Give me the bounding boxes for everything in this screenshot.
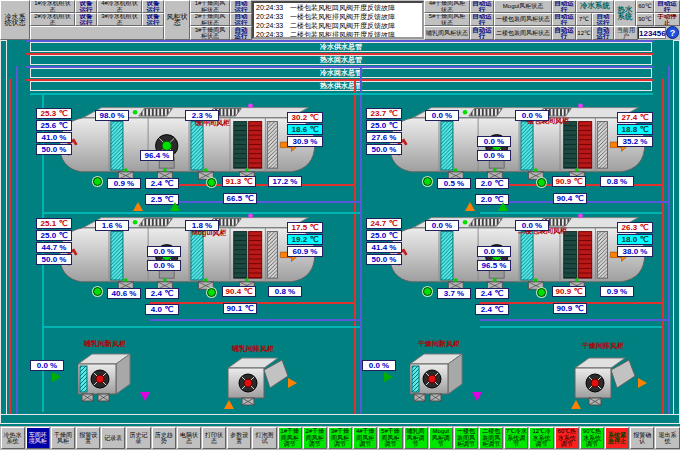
cold-riser-left <box>16 66 18 414</box>
u2-return-temp: 23.7 ℃ <box>366 108 402 119</box>
chiller-3-label: 3#冷水机组状态 <box>97 13 142 26</box>
u4-damper-1: 0.0 % <box>425 220 459 231</box>
btn-adjust-60c-hot[interactable]: 60℃热水系统调节 <box>555 427 579 449</box>
u4-supply-humidity: 38.0 % <box>617 246 653 257</box>
fresh-air-fan-drying[interactable] <box>400 348 470 410</box>
u3-hw-supply: 90.4 ℃ <box>222 286 256 297</box>
u4-supply-setpoint: 18.0 ℃ <box>617 234 653 245</box>
alarm-row[interactable]: 20:24:33一楼包装风柜排风阀开度反馈故障 <box>254 12 422 21</box>
hot-sys-status-2: 手动停止 <box>654 13 680 26</box>
u3-hw-return: 90.1 ℃ <box>223 303 257 314</box>
btn-adjust-floor2-fan[interactable]: 二楼包装间风柜调节 <box>479 427 503 449</box>
hot-sys-temp-1: 60℃ <box>636 0 654 13</box>
nav-cold-hot-water[interactable]: 冷热水系统 <box>1 427 25 449</box>
btn-adjust-dry-fan-2[interactable]: 2#干燥间风柜调节 <box>303 427 327 449</box>
btn-print-status[interactable]: 打印状态 <box>202 427 226 449</box>
u3-fan-output: 0.0 % <box>147 260 181 271</box>
u3-hw-valve: 0.8 % <box>268 286 302 297</box>
left-duct-band <box>0 40 7 424</box>
alarm-time: 20:24:33 <box>254 12 290 21</box>
u4-hw-supply: 90.9 ℃ <box>552 286 586 297</box>
u3-hw-led <box>207 288 216 297</box>
alarm-text: 二楼包装风柜回风阀开度反馈故障 <box>290 21 422 30</box>
btn-adjust-dry-fan-3[interactable]: 3#干燥间风柜调节 <box>328 427 352 449</box>
current-user-label: 当前用户 <box>614 26 638 40</box>
alarm-text: 二楼包装风柜排风阀开度反馈故障 <box>290 30 422 39</box>
btn-adjust-dry-fan-1[interactable]: 1#干燥间风柜调节 <box>278 427 302 449</box>
mogul-fan-label: Mogul风柜状态 <box>494 0 552 13</box>
u1-hw-return: 66.5 ℃ <box>223 193 257 204</box>
btn-alarm-settings[interactable]: 报警设置 <box>76 427 100 449</box>
su4-intake-arrow-icon <box>571 400 581 409</box>
u3-fresh-arrow-icon <box>170 202 180 211</box>
u1-valve-led <box>93 177 102 186</box>
u3-humidity: 44.7 % <box>36 242 72 253</box>
btn-computer-status[interactable]: 电脑状态 <box>177 427 201 449</box>
su1-down-arrow-icon <box>140 392 150 401</box>
u2-damper-1: 0.0 % <box>425 110 459 121</box>
u2-hw-led <box>537 178 546 187</box>
current-user-value[interactable]: 123456 <box>638 27 666 39</box>
u1-fan-output: 96.4 % <box>140 150 174 161</box>
u4-valve-led <box>423 287 432 296</box>
fresh-air-fan-nursing[interactable] <box>68 348 138 410</box>
btn-parameter-settings[interactable]: 参数设置 <box>227 427 251 449</box>
u1-supply-setpoint: 18.6 ℃ <box>287 124 323 135</box>
u2-valve-a: 0.0 % <box>477 136 511 147</box>
alarm-time: 20:24:33 <box>254 30 290 39</box>
u4-setpoint-temp: 25.0 ℃ <box>366 230 402 241</box>
alarm-row[interactable]: 20:24:33一楼包装风柜回风阀开度反馈故障 <box>254 3 422 12</box>
alarm-row[interactable]: 20:24:33二楼包装风柜排风阀开度反馈故障 <box>254 30 422 39</box>
btn-emergency-stop[interactable]: 系统紧急停止 <box>605 427 629 449</box>
u4-fresh-arrow-icon <box>498 202 508 211</box>
floor2-fan-label: 二楼包装间风柜状态 <box>494 26 552 40</box>
btn-adjust-7c-cold[interactable]: 7℃冷水系统调节 <box>504 427 528 449</box>
fan-group-label: 风柜状态 <box>164 0 190 40</box>
u4-fan-output: 96.5 % <box>477 260 511 271</box>
u4-damper-2: 0.0 % <box>515 220 549 231</box>
u3-valve-led <box>93 287 102 296</box>
help-button[interactable]: ? <box>666 26 679 39</box>
btn-alarm-ack[interactable]: 报警确认 <box>630 427 654 449</box>
su2-exhaust-arrow-icon <box>288 378 297 388</box>
btn-adjust-mogul-fan[interactable]: Mogul风柜调节 <box>429 427 453 449</box>
btn-adjust-dry-fan-5[interactable]: 5#干燥间风柜调节 <box>378 427 402 449</box>
alarm-list: 20:24:33一楼包装风柜回风阀开度反馈故障 20:24:33一楼包装风柜排风… <box>252 1 424 39</box>
cold-sys-temp-1: 7℃ <box>576 13 592 26</box>
main-label-cold-return: 冷水回水总管 <box>30 68 652 78</box>
u1-return-temp: 25.3 ℃ <box>36 108 72 119</box>
alarm-time: 20:24:33 <box>254 3 290 12</box>
cold-sys-status-2: 自动运行 <box>592 26 614 40</box>
alarm-text: 一楼包装风柜回风阀开度反馈故障 <box>290 3 422 12</box>
small-unit-4-name: 干燥间排风柜 <box>582 341 624 351</box>
btn-adjust-floor1-fan[interactable]: 一楼包装间风柜调节 <box>454 427 478 449</box>
btn-adjust-90c-hot[interactable]: 90℃热水系统调节 <box>580 427 604 449</box>
top-status-bar: 冷水系统状态 1#冷水机组状态 设备运行 4#冷水机组状态 设备运行 2#冷水机… <box>0 0 680 40</box>
chiller-1-status: 设备运行 <box>75 0 97 13</box>
main-label-cold-supply: 冷水供水总管 <box>30 42 652 52</box>
u2-hw-return: 90.4 ℃ <box>553 193 587 204</box>
cold-branch-u4 <box>480 319 670 321</box>
nav-workshop-fans-active[interactable]: 车间环境风柜 <box>26 427 50 449</box>
btn-adjust-12c-cold[interactable]: 12℃冷水系统调节 <box>529 427 553 449</box>
fan-5-status: 自动运行 <box>470 13 494 26</box>
btn-history-trend[interactable]: 历史趋势 <box>152 427 176 449</box>
alarm-row[interactable]: 20:24:33二楼包装风柜回风阀开度反馈故障 <box>254 21 422 30</box>
u4-valve-a: 0.0 % <box>477 246 511 257</box>
nav-drying-fans[interactable]: 干燥间风柜 <box>51 427 75 449</box>
u4-hw-valve: 0.9 % <box>600 286 634 297</box>
btn-history-records[interactable]: 历史记录 <box>126 427 150 449</box>
btn-adjust-dry-fan-4[interactable]: 4#干燥间风柜调节 <box>353 427 377 449</box>
btn-lamp-test[interactable]: 灯泡测试 <box>252 427 276 449</box>
duct-branch-row2-right <box>480 326 662 328</box>
u3-exhaust-arrow-icon <box>133 202 143 211</box>
alarm-text: 一楼包装风柜排风阀开度反馈故障 <box>290 12 422 21</box>
btn-record-table[interactable]: 记录表 <box>101 427 125 449</box>
u1-hw-led <box>207 178 216 187</box>
btn-exit-system[interactable]: 退出系统 <box>655 427 679 449</box>
u2-hw-valve: 0.8 % <box>600 176 634 187</box>
u3-supply-setpoint: 19.2 ℃ <box>287 234 323 245</box>
u1-hw-supply: 91.3 ℃ <box>222 176 256 187</box>
btn-adjust-nursing-fan[interactable]: 哺乳间风柜调节 <box>404 427 428 449</box>
cold-branch-u3 <box>150 319 362 321</box>
